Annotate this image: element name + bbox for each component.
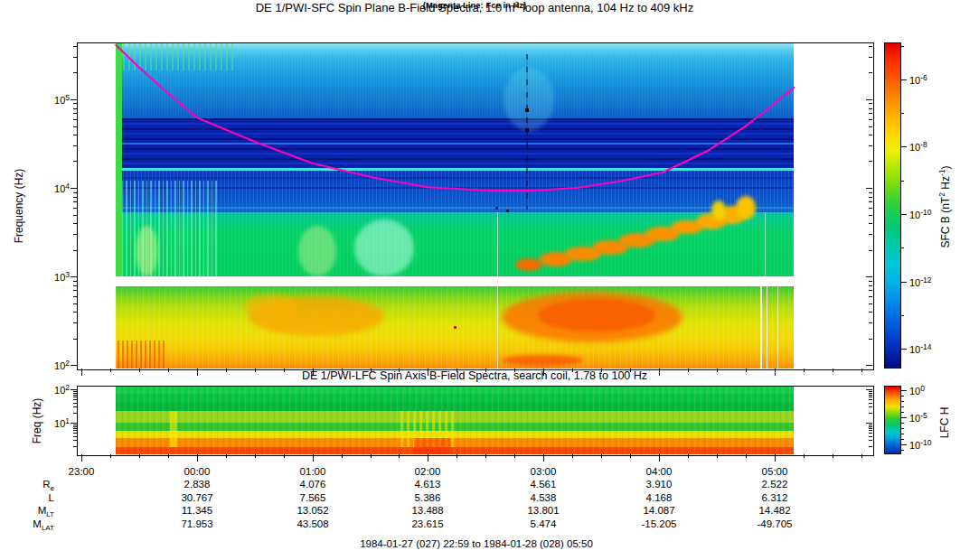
ephemeris-value: 2.838 bbox=[165, 479, 229, 490]
y-major-tick-right bbox=[866, 365, 872, 366]
x-minor-tick bbox=[514, 454, 515, 458]
y-minor-tick-right bbox=[869, 46, 872, 47]
y-minor-tick bbox=[73, 426, 77, 427]
footer-caption: 1984-01-27 (027) 22:59 to 1984-01-28 (02… bbox=[0, 538, 953, 549]
x-minor-tick bbox=[226, 454, 227, 458]
eph-label-base: L bbox=[49, 492, 54, 503]
lfc-spectrogram bbox=[116, 386, 794, 454]
y-tick-label-base: 10 bbox=[54, 95, 65, 106]
y-minor-tick-right bbox=[869, 57, 872, 58]
cb-tick-label: 10-14 bbox=[909, 342, 940, 355]
y-minor-tick bbox=[73, 430, 77, 431]
y-minor-tick-right bbox=[869, 72, 872, 73]
ephemeris-value: 3.910 bbox=[627, 479, 691, 490]
panel2-ylabel: Freq (Hz) bbox=[31, 376, 43, 466]
y-minor-tick bbox=[73, 446, 77, 447]
y-major-tick-right bbox=[866, 389, 872, 390]
y-minor-tick bbox=[73, 397, 77, 397]
y-major-tick bbox=[71, 99, 77, 100]
ephemeris-value: 43.508 bbox=[281, 518, 344, 529]
y-minor-tick-right bbox=[869, 322, 872, 323]
y-minor-tick-right bbox=[869, 126, 872, 127]
spectrogram-page: DE 1/PWI-SFC Spin Plane B-Field Spectra,… bbox=[0, 0, 979, 560]
cb1-label-text3: ) bbox=[939, 166, 952, 170]
y-major-tick bbox=[71, 423, 77, 424]
x-major-tick bbox=[197, 454, 198, 462]
sfc-red-bottom-patch bbox=[502, 355, 583, 366]
sfc-dropout-line bbox=[497, 212, 498, 369]
panel1-subtitle: (Magenta Line: Fce in Hz) bbox=[0, 0, 949, 10]
sfc-red-streaks-left bbox=[118, 341, 167, 369]
ephemeris-row-label: Re bbox=[14, 479, 54, 492]
y-major-tick-right bbox=[866, 99, 872, 100]
sfc-colorbar bbox=[884, 42, 901, 369]
cb-tick-label-base: 10 bbox=[909, 413, 920, 424]
y-minor-tick-right bbox=[869, 197, 872, 198]
cb-major-tick bbox=[901, 282, 907, 283]
x-minor-tick bbox=[746, 454, 747, 458]
y-minor-tick-right bbox=[869, 145, 872, 146]
y-minor-tick-right bbox=[869, 223, 872, 224]
y-minor-tick bbox=[73, 223, 77, 224]
x-major-tick bbox=[313, 454, 314, 462]
cb-minor-tick bbox=[901, 181, 904, 182]
y-major-tick bbox=[71, 365, 77, 366]
y-minor-tick bbox=[73, 119, 77, 120]
time-label: 23:00 bbox=[59, 467, 104, 478]
ephemeris-value: 71.953 bbox=[165, 518, 229, 529]
y-tick-label: 104 bbox=[47, 182, 70, 194]
sfc-dropout-line bbox=[767, 286, 767, 369]
eph-label-sub: LAT bbox=[42, 524, 54, 532]
y-minor-tick-right bbox=[869, 393, 872, 394]
y-minor-tick-right bbox=[869, 208, 872, 209]
cb-minor-tick bbox=[901, 439, 904, 440]
cb-major-tick bbox=[901, 214, 907, 215]
lfc-texture bbox=[116, 386, 794, 454]
cb-tick-label-base: 10 bbox=[909, 75, 920, 86]
cb-minor-tick bbox=[901, 450, 904, 451]
cb-tick-label: 10-10 bbox=[909, 208, 940, 220]
sfc-yellow-plume-mid bbox=[298, 226, 336, 276]
sfc-black-dot bbox=[495, 207, 498, 210]
y-tick-label-base: 10 bbox=[54, 272, 65, 283]
ephemeris-value: 13.488 bbox=[396, 505, 459, 516]
sfc-red-dot bbox=[454, 326, 457, 329]
y-minor-tick-right bbox=[869, 440, 872, 441]
sfc-light-line bbox=[116, 207, 794, 209]
y-minor-tick-right bbox=[869, 428, 872, 429]
x-minor-tick bbox=[861, 454, 862, 458]
y-tick-label-exp: 3 bbox=[65, 270, 70, 279]
y-minor-tick bbox=[73, 197, 77, 198]
y-minor-tick bbox=[73, 339, 77, 340]
x-minor-tick bbox=[255, 454, 256, 458]
y-minor-tick bbox=[73, 201, 77, 202]
y-minor-tick-right bbox=[869, 296, 872, 297]
cb-tick-label-exp: -14 bbox=[920, 342, 931, 351]
x-minor-tick bbox=[485, 454, 486, 458]
y-minor-tick-right bbox=[869, 119, 872, 120]
sfc-dropout-line bbox=[760, 286, 762, 369]
ephemeris-value: 6.312 bbox=[743, 492, 806, 503]
y-minor-tick-right bbox=[869, 281, 872, 282]
ephemeris-value: 7.565 bbox=[281, 492, 344, 503]
y-minor-tick bbox=[73, 250, 77, 251]
cb-tick-label: 10-10 bbox=[909, 438, 940, 451]
time-label: 04:00 bbox=[636, 467, 682, 478]
x-minor-tick bbox=[342, 454, 343, 458]
cb-tick-label: 100 bbox=[909, 384, 940, 397]
cb-minor-tick bbox=[901, 428, 904, 429]
ephemeris-value: 4.076 bbox=[281, 479, 344, 490]
cb-tick-label: 10-8 bbox=[909, 140, 940, 153]
y-tick-label-base: 10 bbox=[54, 360, 65, 371]
ephemeris-value: 4.168 bbox=[627, 492, 691, 503]
sfc-black-dot bbox=[525, 128, 529, 132]
y-minor-tick-right bbox=[869, 425, 872, 425]
x-major-tick bbox=[81, 454, 82, 462]
cb-tick-label-exp: -6 bbox=[920, 73, 927, 82]
cb-major-tick bbox=[901, 444, 907, 445]
cb-major-tick bbox=[901, 146, 907, 147]
sfc-hiss-bump bbox=[711, 201, 726, 220]
cb-minor-tick bbox=[901, 315, 904, 316]
cb-minor-tick bbox=[901, 434, 904, 434]
cb-minor-tick bbox=[901, 412, 904, 413]
